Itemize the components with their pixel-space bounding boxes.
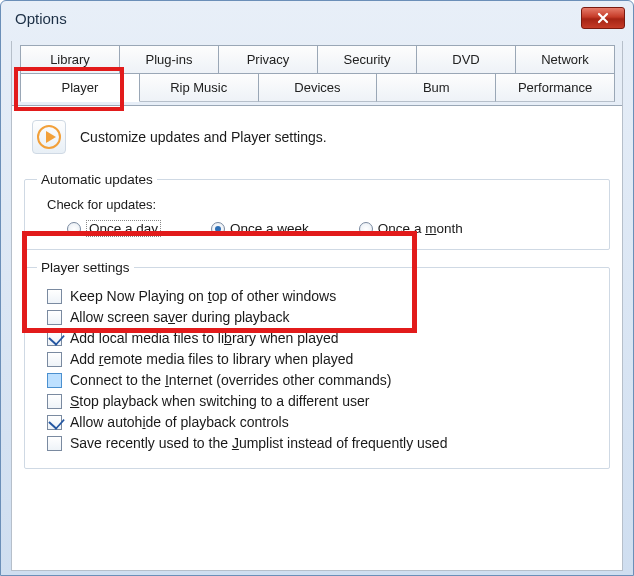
tab-player[interactable]: Player: [20, 73, 140, 102]
setting-label: Add local media files to library when pl…: [70, 330, 339, 346]
setting-allow-screen-saver[interactable]: Allow screen saver during playback: [47, 309, 599, 325]
window-title: Options: [15, 10, 581, 27]
tab-performance[interactable]: Performance: [495, 73, 615, 102]
radio-icon: [359, 222, 373, 236]
close-icon: [596, 12, 610, 24]
checkbox-icon: [47, 310, 62, 325]
wmp-play-icon: [32, 120, 66, 154]
tab-network[interactable]: Network: [515, 45, 615, 74]
setting-label: Allow autohide of playback controls: [70, 414, 289, 430]
setting-label: Keep Now Playing on top of other windows: [70, 288, 336, 304]
tab-strip: LibraryPlug-insPrivacySecurityDVDNetwork…: [12, 41, 622, 106]
setting-add-remote-media[interactable]: Add remote media files to library when p…: [47, 351, 599, 367]
automatic-updates-legend: Automatic updates: [37, 172, 157, 187]
setting-add-local-media[interactable]: Add local media files to library when pl…: [47, 330, 599, 346]
tab-rip-music[interactable]: Rip Music: [139, 73, 259, 102]
radio-once-a-week[interactable]: Once a week: [211, 221, 309, 236]
tab-dvd[interactable]: DVD: [416, 45, 516, 74]
checkbox-icon: [47, 394, 62, 409]
setting-keep-now-playing-on-top[interactable]: Keep Now Playing on top of other windows: [47, 288, 599, 304]
close-button[interactable]: [581, 7, 625, 29]
titlebar: Options: [1, 1, 633, 35]
setting-allow-autohide[interactable]: Allow autohide of playback controls: [47, 414, 599, 430]
update-frequency-radios: Once a day Once a week Once a month: [37, 220, 599, 237]
checkbox-icon: [47, 415, 62, 430]
checkbox-icon: [47, 289, 62, 304]
radio-once-a-month[interactable]: Once a month: [359, 221, 463, 236]
setting-label: Save recently used to the Jumplist inste…: [70, 435, 447, 451]
radio-label: Once a month: [378, 221, 463, 236]
radio-label: Once a day: [86, 220, 161, 237]
checkbox-icon: [47, 352, 62, 367]
radio-once-a-day[interactable]: Once a day: [67, 220, 161, 237]
radio-icon: [211, 222, 225, 236]
setting-label: Stop playback when switching to a differ…: [70, 393, 369, 409]
player-settings-legend: Player settings: [37, 260, 134, 275]
check-updates-label: Check for updates:: [47, 197, 599, 212]
checkbox-icon: [47, 436, 62, 451]
options-window: Options LibraryPlug-insPrivacySecurityDV…: [0, 0, 634, 576]
setting-connect-internet[interactable]: Connect to the Internet (overrides other…: [47, 372, 599, 388]
setting-stop-playback-switch-user[interactable]: Stop playback when switching to a differ…: [47, 393, 599, 409]
radio-icon: [67, 222, 81, 236]
player-settings-group: Player settings Keep Now Playing on top …: [24, 260, 610, 469]
tab-library[interactable]: Library: [20, 45, 120, 74]
page-header: Customize updates and Player settings.: [24, 116, 610, 168]
setting-save-jumplist[interactable]: Save recently used to the Jumplist inste…: [47, 435, 599, 451]
tab-devices[interactable]: Devices: [258, 73, 378, 102]
setting-label: Connect to the Internet (overrides other…: [70, 372, 391, 388]
client-area: LibraryPlug-insPrivacySecurityDVDNetwork…: [11, 41, 623, 571]
radio-label: Once a week: [230, 221, 309, 236]
checkbox-icon: [47, 373, 62, 388]
tab-security[interactable]: Security: [317, 45, 417, 74]
checkbox-icon: [47, 331, 62, 346]
tab-content-player: Customize updates and Player settings. A…: [12, 106, 622, 570]
tab-plugins[interactable]: Plug-ins: [119, 45, 219, 74]
tab-privacy[interactable]: Privacy: [218, 45, 318, 74]
setting-label: Add remote media files to library when p…: [70, 351, 353, 367]
tab-burn[interactable]: Bum: [376, 73, 496, 102]
automatic-updates-group: Automatic updates Check for updates: Onc…: [24, 172, 610, 250]
page-header-text: Customize updates and Player settings.: [80, 129, 327, 145]
setting-label: Allow screen saver during playback: [70, 309, 289, 325]
